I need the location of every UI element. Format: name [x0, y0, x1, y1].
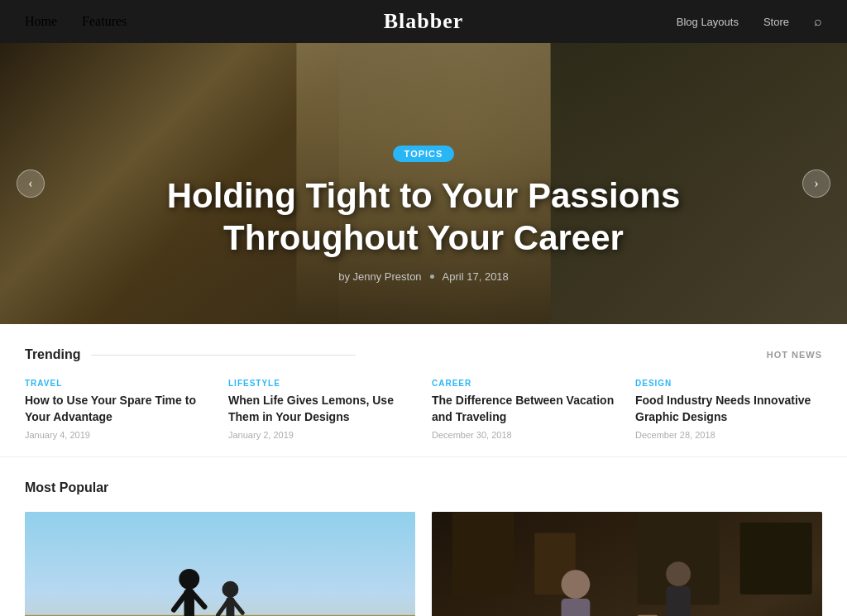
hero-content: TOPICS Holding Tight to Your Passions Th… [0, 146, 847, 324]
most-popular-section: Most Popular [0, 457, 847, 616]
hero-author: by Jenny Preston [338, 270, 421, 283]
svg-rect-24 [562, 599, 591, 616]
trending-date-1: January 2, 2019 [228, 430, 415, 440]
hero-meta: by Jenny Preston April 17, 2018 [0, 270, 847, 283]
hero-date: April 17, 2018 [443, 270, 509, 283]
trending-tag-1: LIFESTYLE [228, 379, 415, 388]
hero-section: ‹ TOPICS Holding Tight to Your Passions … [0, 43, 847, 324]
svg-point-23 [562, 570, 591, 599]
svg-rect-16 [452, 513, 514, 595]
trending-title-0: How to Use Your Spare Time to Your Advan… [25, 393, 212, 425]
trending-section: Trending HOT NEWS TRAVEL How to Use Your… [0, 324, 847, 457]
hero-badge: TOPICS [393, 146, 455, 162]
hero-prev-button[interactable]: ‹ [17, 170, 45, 198]
workers-svg [432, 512, 822, 616]
trending-date-0: January 4, 2019 [25, 430, 212, 440]
list-item[interactable]: CAREER The Difference Between Vacation a… [432, 379, 619, 440]
svg-point-9 [222, 581, 238, 598]
runners-svg [25, 512, 415, 616]
trending-date-2: December 30, 2018 [432, 430, 619, 440]
nav-store[interactable]: Store [763, 16, 789, 28]
list-item[interactable]: TRAVEL How to Use Your Spare Time to You… [25, 379, 212, 440]
most-popular-title: Most Popular [25, 480, 822, 495]
trending-tag-0: TRAVEL [25, 379, 212, 388]
svg-point-25 [666, 561, 691, 586]
search-icon[interactable]: ⌕ [814, 14, 822, 29]
svg-rect-26 [666, 586, 691, 616]
trending-title-3: Food Industry Needs Innovative Graphic D… [635, 393, 822, 425]
popular-grid [25, 512, 822, 616]
trending-header: Trending HOT NEWS [25, 347, 822, 362]
list-item[interactable]: DESIGN Food Industry Needs Innovative Gr… [635, 379, 822, 440]
nav-right-links: Blog Layouts Store ⌕ [127, 14, 822, 29]
svg-point-3 [179, 569, 199, 590]
hero-title: Holding Tight to Your Passions Throughou… [0, 175, 847, 259]
nav-home[interactable]: Home [25, 14, 57, 29]
trending-tag-3: DESIGN [635, 379, 822, 388]
nav-blog-layouts[interactable]: Blog Layouts [677, 16, 739, 28]
hero-meta-dot [430, 275, 434, 279]
nav-left-links: Home Features [25, 14, 127, 29]
workers-image [432, 512, 822, 616]
svg-rect-0 [25, 512, 415, 616]
trending-title-2: The Difference Between Vacation and Trav… [432, 393, 619, 425]
popular-card-workers[interactable] [432, 512, 822, 616]
trending-title-1: When Life Gives Lemons, Use Them in Your… [228, 393, 415, 425]
svg-rect-19 [740, 523, 812, 595]
trending-title: Trending [25, 347, 356, 362]
trending-tag-2: CAREER [432, 379, 619, 388]
nav-features[interactable]: Features [82, 14, 127, 29]
trending-date-3: December 28, 2018 [635, 430, 822, 440]
popular-card-runners[interactable] [25, 512, 415, 616]
navbar: Home Features Blabber Blog Layouts Store… [0, 0, 847, 43]
trending-grid: TRAVEL How to Use Your Spare Time to You… [25, 379, 822, 440]
hot-news-label: HOT NEWS [767, 350, 822, 360]
hero-next-button[interactable]: › [802, 170, 830, 198]
list-item[interactable]: LIFESTYLE When Life Gives Lemons, Use Th… [228, 379, 415, 440]
runners-image [25, 512, 415, 616]
